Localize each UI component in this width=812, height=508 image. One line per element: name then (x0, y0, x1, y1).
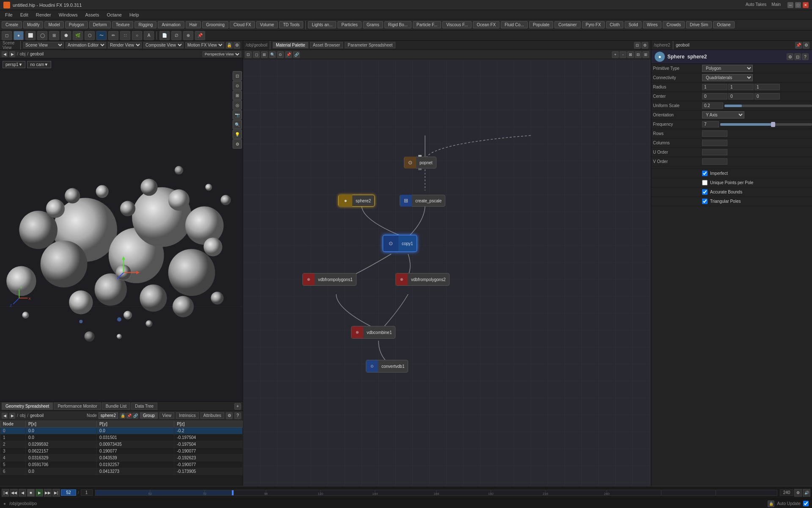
table-row[interactable]: 5 0.0591706 0.0192257 -0.190077 (0, 461, 243, 468)
tl-play-back[interactable]: ◀ (19, 489, 26, 497)
shelf-grams[interactable]: Grams (363, 21, 383, 28)
titlebar-controls[interactable]: Auto Takes Main ─ □ ✕ (746, 2, 809, 8)
timeline-scrubber[interactable]: 52 72 96 120 144 168 192 216 240 (95, 490, 777, 496)
tl-settings[interactable]: ⚙ (794, 489, 802, 497)
radius-z[interactable] (754, 84, 780, 90)
orientation-dropdown[interactable]: Y Axis X Axis Z Axis (702, 111, 744, 119)
cam-label[interactable]: no cam▼ (27, 61, 51, 68)
viewport-lock[interactable]: 🔒 (226, 42, 233, 49)
node-vdbcombine1[interactable]: ⊗ vdbcombine1 (351, 326, 395, 339)
ng-tb-7[interactable]: 🔗 (293, 51, 300, 58)
shelf-particles[interactable]: Particles (337, 21, 361, 28)
tab-data-tree[interactable]: Data Tree (131, 403, 157, 410)
tl-end[interactable]: ▶| (52, 489, 60, 497)
grid-tool[interactable]: ⊞ (49, 31, 59, 40)
shelf-cloudfx[interactable]: Cloud FX (230, 21, 255, 28)
persp-label[interactable]: persp1▼ (3, 61, 25, 68)
status-lock[interactable]: 🔒 (768, 500, 774, 507)
shelf-texture[interactable]: Texture (112, 21, 134, 28)
ng-grid[interactable]: ⊟ (635, 51, 642, 58)
render-view-dropdown[interactable]: Render View (108, 42, 142, 48)
ng-zoom-in[interactable]: + (612, 51, 619, 58)
rp-settings[interactable]: ⚙ (803, 42, 809, 49)
ng-param-spreadsheet[interactable]: Parameter Spreadsheet (345, 42, 395, 48)
composite-view-dropdown[interactable]: Composite View (143, 42, 184, 48)
table-row[interactable]: 4 0.0316329 0.043539 -0.192623 (0, 455, 243, 461)
vp-tool-2[interactable]: ⊙ (233, 81, 242, 90)
sticky-tool[interactable]: 📌 (195, 31, 205, 40)
columns-input[interactable] (702, 140, 727, 146)
table-row[interactable]: 3 0.0622157 0.190077 -0.190077 (0, 448, 243, 455)
timeline-end-frame[interactable]: 240 (780, 489, 793, 496)
ng-tb-3[interactable]: ⊞ (261, 51, 268, 58)
node-convertvdb1[interactable]: ⊙ convertvdb1 (366, 360, 408, 373)
font-tool[interactable]: A (144, 31, 154, 40)
rows-input[interactable] (702, 130, 727, 137)
col-pz[interactable]: P[z] (174, 421, 243, 428)
accurate-bounds-checkbox[interactable] (702, 189, 708, 195)
tl-play[interactable]: ▶ (36, 489, 43, 497)
shelf-solid[interactable]: Solid (625, 21, 642, 28)
ss-settings[interactable]: ⚙ (226, 412, 233, 419)
table-row[interactable]: 2 0.0299592 0.00973435 -0.197504 (0, 441, 243, 448)
center-x[interactable] (702, 93, 727, 99)
rp-pin[interactable]: 📌 (795, 42, 802, 49)
shelf-rigging[interactable]: Rigging (134, 21, 156, 28)
ng-icon1[interactable]: ⊡ (634, 42, 641, 49)
torus-tool[interactable]: ◯ (37, 31, 47, 40)
shelf-container[interactable]: Container (554, 21, 580, 28)
menu-assets[interactable]: Assets (82, 11, 102, 18)
menu-windows[interactable]: Windows (55, 11, 81, 18)
col-px[interactable]: P[x] (26, 421, 97, 428)
shelf-fluidco[interactable]: Fluid Co... (501, 21, 528, 28)
table-row[interactable]: 6 0.0 0.0413273 -0.173905 (0, 468, 243, 475)
box-tool[interactable]: ◻ (2, 31, 12, 40)
shelf-polygon[interactable]: Polygon (65, 21, 88, 28)
tl-prev-key[interactable]: ◀◀ (10, 489, 18, 497)
vp-tool-6[interactable]: 🔍 (233, 120, 242, 129)
circle-tool[interactable]: ○ (132, 31, 142, 40)
close-button[interactable]: ✕ (803, 2, 809, 8)
tl-next-key[interactable]: ▶▶ (44, 489, 52, 497)
vp-tool-8[interactable]: ⚙ (233, 139, 242, 149)
table-row[interactable]: 1 0.0 0.031501 -0.197504 (0, 434, 243, 441)
tab-add[interactable]: + (234, 403, 241, 410)
node-vdbfrompolygons1[interactable]: ⊕ vdbfrompolygons1 (302, 273, 357, 286)
radius-y[interactable] (728, 84, 754, 90)
ng-fit[interactable]: ⊠ (627, 51, 634, 58)
vp-tool-7[interactable]: 💡 (233, 130, 242, 139)
ng-tb-1[interactable]: ⊡ (245, 51, 252, 58)
center-y[interactable] (728, 93, 754, 99)
tab-performance-monitor[interactable]: Performance Monitor (54, 403, 101, 410)
menu-render[interactable]: Render (33, 11, 55, 18)
ng-tb-4[interactable]: 🔍 (269, 51, 276, 58)
v-order-input[interactable] (702, 158, 727, 165)
col-py[interactable]: P[y] (96, 421, 174, 428)
prop-icon-2[interactable]: ⊡ (794, 53, 801, 60)
radius-x[interactable] (702, 84, 727, 90)
viewport-3d[interactable]: persp1▼ no cam▼ (0, 58, 243, 401)
frequency-slider-handle[interactable] (771, 122, 775, 127)
ss-forward[interactable]: ▶ (9, 413, 15, 419)
timeline-play-frame[interactable]: 1 (81, 489, 93, 496)
ng-asset-browser[interactable]: Asset Browser (310, 42, 343, 48)
spraypaint-tool[interactable]: ∷ (120, 31, 130, 40)
u-order-input[interactable] (702, 149, 727, 155)
node-sphere2[interactable]: ● sphere2 (338, 195, 375, 207)
vp-view-select[interactable]: Perspective View (203, 51, 241, 57)
ss-tab-attributes[interactable]: Attributes (200, 412, 224, 419)
ss-icon3[interactable]: 🔗 (132, 413, 138, 419)
ng-layout[interactable]: ⊞ (642, 51, 649, 58)
shelf-deform[interactable]: Deform (89, 21, 111, 28)
vp-forward[interactable]: ▶ (9, 51, 15, 57)
menu-edit[interactable]: Edit (17, 11, 32, 18)
table-row[interactable]: 0 0.0 0.0 -0.2 (0, 428, 243, 434)
vp-tool-4[interactable]: ◎ (233, 100, 242, 110)
shelf-hair[interactable]: Hair (186, 21, 201, 28)
ng-tb-5[interactable]: ⊙ (277, 51, 284, 58)
shelf-wires[interactable]: Wires (643, 21, 661, 28)
auto-update-checkbox[interactable] (803, 501, 809, 506)
node-create-pscale[interactable]: ⊞ create_pscale (400, 195, 445, 207)
ng-zoom-out[interactable]: - (620, 51, 626, 58)
unique-points-checkbox[interactable] (702, 180, 708, 185)
